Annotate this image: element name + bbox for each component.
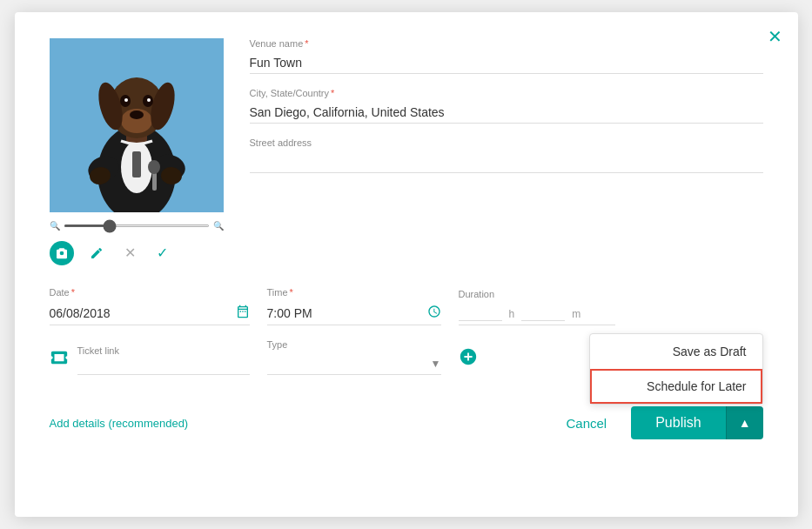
zoom-out-icon: 🔍 <box>50 221 60 231</box>
date-label: Date* <box>50 287 250 298</box>
publish-group-wrapper: Save as Draft Schedule for Later Publish… <box>631 406 762 439</box>
date-input-wrapper <box>50 301 250 325</box>
city-label: City, State/Country* <box>250 88 763 98</box>
plus-circle-icon <box>459 347 478 366</box>
ticket-input[interactable] <box>77 360 250 375</box>
datetime-row: Date* Time* <box>50 287 763 325</box>
duration-hours-input[interactable] <box>459 306 502 321</box>
time-input-wrapper <box>267 301 441 325</box>
times-icon: ✕ <box>124 244 136 261</box>
time-input[interactable] <box>267 306 427 320</box>
street-address-label: Street address <box>250 137 763 148</box>
clock-icon[interactable] <box>427 305 441 321</box>
add-details-link[interactable]: Add details (recommended) <box>50 417 189 430</box>
publish-group: Publish ▲ <box>631 406 762 439</box>
schedule-later-item[interactable]: Schedule for Later <box>590 369 762 404</box>
calendar-icon[interactable] <box>236 305 250 321</box>
svg-point-19 <box>147 98 151 102</box>
top-section: 🔍 🔍 ✕ <box>50 38 763 266</box>
duration-label: Duration <box>459 289 615 299</box>
modal: ✕ <box>15 12 798 517</box>
image-section: 🔍 🔍 ✕ <box>50 38 224 266</box>
check-icon: ✓ <box>157 244 168 261</box>
hours-label: h <box>509 308 515 320</box>
image-controls: ✕ ✓ <box>50 239 224 266</box>
ticket-section: Ticket link <box>50 345 250 375</box>
street-address-field: Street address <box>250 137 763 173</box>
footer-row: Add details (recommended) Cancel Save as… <box>50 406 763 439</box>
zoom-slider[interactable] <box>64 224 210 227</box>
zoom-slider-row: 🔍 🔍 <box>50 219 224 232</box>
bottom-section: Date* Time* <box>50 287 763 439</box>
type-section: Type ▼ <box>267 339 441 375</box>
camera-icon <box>55 246 69 260</box>
type-select[interactable] <box>267 357 431 371</box>
add-row-button[interactable] <box>459 347 478 372</box>
type-label: Type <box>267 339 441 350</box>
camera-button[interactable] <box>50 241 74 265</box>
city-field: City, State/Country* <box>250 88 763 124</box>
close-button[interactable]: ✕ <box>768 28 782 45</box>
duration-field: Duration h m <box>459 289 615 325</box>
svg-point-9 <box>148 160 160 174</box>
publish-dropdown-toggle[interactable]: ▲ <box>726 406 763 439</box>
ticket-icon <box>50 348 69 372</box>
svg-point-13 <box>130 110 144 119</box>
edit-button[interactable] <box>84 241 109 265</box>
ticket-label: Ticket link <box>77 345 250 356</box>
cancel-button[interactable]: Cancel <box>555 409 617 438</box>
type-chevron-icon: ▼ <box>431 358 441 370</box>
publish-dropdown-menu: Save as Draft Schedule for Later <box>589 333 763 405</box>
remove-button[interactable]: ✕ <box>119 239 141 266</box>
date-input[interactable] <box>50 306 236 320</box>
venue-image-svg <box>50 38 224 212</box>
type-select-wrap: ▼ <box>267 353 441 375</box>
pencil-icon <box>90 246 104 260</box>
form-section: Venue name* City, State/Country* Street … <box>250 38 763 266</box>
time-field: Time* <box>267 287 441 325</box>
svg-point-18 <box>124 98 128 102</box>
duration-inputs: h m <box>459 303 615 325</box>
svg-rect-3 <box>132 151 141 177</box>
confirm-button[interactable]: ✓ <box>151 239 173 266</box>
ticket-input-wrap: Ticket link <box>77 345 250 375</box>
venue-name-label: Venue name* <box>250 38 763 49</box>
venue-image <box>50 38 224 212</box>
time-label: Time* <box>267 287 441 298</box>
venue-name-input[interactable] <box>250 52 763 74</box>
duration-minutes-input[interactable] <box>521 306 565 321</box>
zoom-in-icon: 🔍 <box>213 221 224 231</box>
footer-actions: Cancel Save as Draft Schedule for Later … <box>555 406 762 439</box>
city-input[interactable] <box>250 102 763 124</box>
venue-name-field: Venue name* <box>250 38 763 74</box>
date-field: Date* <box>50 287 250 325</box>
publish-button[interactable]: Publish <box>631 406 725 439</box>
chevron-up-icon: ▲ <box>739 416 751 430</box>
save-draft-item[interactable]: Save as Draft <box>590 334 762 369</box>
street-address-input[interactable] <box>250 151 763 173</box>
minutes-label: m <box>572 308 580 320</box>
